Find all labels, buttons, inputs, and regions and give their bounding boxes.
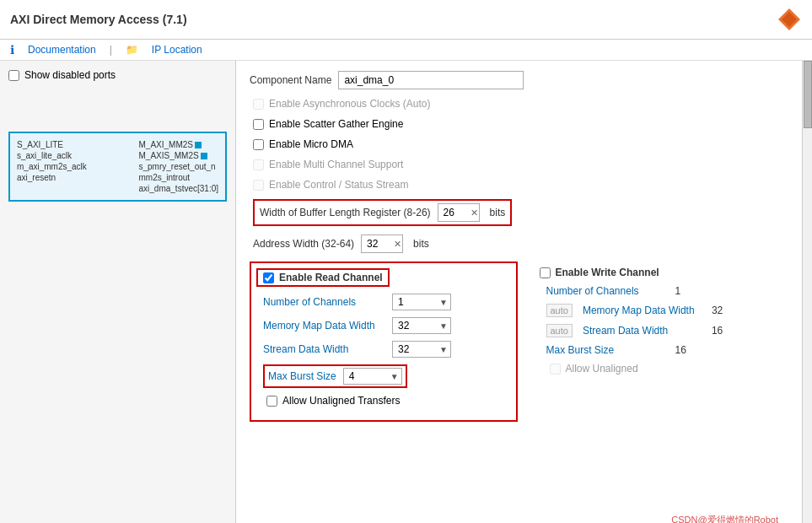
separator: | (110, 44, 112, 56)
show-disabled-label: Show disabled ports (24, 69, 116, 81)
pin-mm2s-introut: mm2s_introut (139, 173, 219, 182)
pin-tstvec: axi_dma_tstvec[31:0] (139, 184, 219, 193)
read-allow-unaligned-label: Allow Unaligned Transfers (282, 395, 400, 407)
read-mem-data-width-select-wrapper: 32 64 ▼ (392, 317, 451, 334)
read-num-channels-label: Number of Channels (263, 296, 385, 308)
read-stream-data-width-label: Stream Data Width (263, 343, 385, 355)
multi-channel-checkbox[interactable] (253, 159, 264, 170)
write-stream-data-width-label: Stream Data Width (583, 325, 705, 337)
write-num-channels-value: 1 (675, 285, 681, 297)
component-name-input[interactable] (338, 71, 524, 89)
read-stream-data-width-select[interactable]: 32 64 (392, 341, 451, 358)
write-channel-header: Enable Write Channel (540, 267, 794, 278)
info-icon: ℹ (10, 43, 14, 57)
component-name-row: Component Name (250, 71, 799, 89)
read-max-burst-select[interactable]: 4 8 16 32 (343, 368, 402, 385)
max-burst-highlight: Max Burst Size 4 8 16 32 ▼ (263, 364, 407, 388)
show-disabled-row: Show disabled ports (8, 69, 227, 81)
read-num-channels-select[interactable]: 1 2 4 (392, 294, 451, 310)
buffer-width-units: bits (490, 207, 506, 218)
write-mem-data-width-row: auto Memory Map Data Width 32 (546, 304, 794, 317)
component-name-label: Component Name (250, 74, 331, 86)
write-mem-data-width-label: Memory Map Data Width (583, 305, 705, 316)
read-max-burst-select-wrapper: 4 8 16 32 ▼ (343, 368, 402, 385)
pin-m-axi-mm2s-aclk: m_axi_mm2s_aclk (17, 162, 87, 171)
async-clocks-label: Enable Asynchronous Clocks (Auto) (269, 98, 430, 110)
read-max-burst-row: Max Burst Size 4 8 16 32 ▼ (263, 364, 511, 388)
xilinx-logo (777, 7, 802, 32)
main-content: Show disabled ports S_AXI_LITE s_axi_lit… (0, 61, 812, 523)
write-max-burst-value: 16 (675, 344, 686, 356)
enable-read-checkbox[interactable] (263, 272, 274, 283)
micro-dma-checkbox[interactable] (253, 139, 264, 150)
scatter-gather-label: Enable Scatter Gather Engine (269, 118, 403, 130)
right-pin-list: M_AXI_MM2S M_AXIS_MM2S s_pmry_reset_out_… (139, 140, 219, 193)
buffer-width-row: Width of Buffer Length Register (8-26) ✕… (250, 199, 799, 226)
read-channel-header: Enable Read Channel (256, 268, 511, 287)
read-allow-unaligned-checkbox[interactable] (266, 396, 277, 407)
show-disabled-checkbox[interactable] (8, 70, 19, 81)
write-num-channels-label: Number of Channels (546, 285, 669, 297)
scatter-gather-checkbox[interactable] (253, 119, 264, 130)
pin-axi-resetn: axi_resetn (17, 173, 87, 182)
pin-s-axi-lite-aclk: s_axi_lite_aclk (17, 151, 87, 160)
address-width-row: Address Width (32-64) ✕ bits (250, 235, 799, 253)
write-stream-data-width-value: 16 (712, 325, 723, 337)
write-stream-data-width-row: auto Stream Data Width 16 (546, 324, 794, 337)
buffer-width-label: Width of Buffer Length Register (8-26) (260, 207, 431, 218)
read-num-channels-row: Number of Channels 1 2 4 ▼ (263, 294, 511, 310)
connector-icon (195, 142, 202, 148)
write-channel-settings: Number of Channels 1 auto Memory Map Dat… (540, 285, 794, 375)
nav-bar: ℹ Documentation | 📁 IP Location (0, 40, 812, 61)
buffer-width-input-wrapper: ✕ (438, 203, 480, 222)
documentation-link[interactable]: Documentation (28, 44, 96, 56)
scatter-gather-row: Enable Scatter Gather Engine (250, 118, 799, 130)
pin-m-axi-mm2s: M_AXI_MM2S (139, 140, 219, 149)
write-max-burst-label: Max Burst Size (546, 344, 669, 356)
scrollbar[interactable] (802, 61, 812, 523)
control-status-row: Enable Control / Status Stream (250, 179, 799, 191)
read-max-burst-label: Max Burst Size (268, 370, 336, 382)
address-width-label: Address Width (32-64) (253, 238, 354, 250)
address-width-units: bits (413, 238, 429, 250)
write-channel-box: Enable Write Channel Number of Channels … (535, 262, 799, 422)
channels-section: Enable Read Channel Number of Channels 1… (250, 262, 799, 422)
address-width-input-wrapper: ✕ (361, 235, 403, 253)
read-allow-unaligned-row: Allow Unaligned Transfers (263, 395, 511, 407)
write-auto-label-mem: auto (546, 304, 573, 317)
read-mem-data-width-row: Memory Map Data Width 32 64 ▼ (263, 317, 511, 334)
title-bar: AXI Direct Memory Access (7.1) (0, 0, 812, 40)
right-panel: Component Name Enable Asynchronous Clock… (236, 61, 812, 523)
multi-channel-label: Enable Multi Channel Support (269, 159, 403, 170)
enable-write-checkbox[interactable] (540, 267, 551, 278)
read-mem-data-width-select[interactable]: 32 64 (392, 317, 451, 334)
write-allow-unaligned-label: Allow Unaligned (566, 363, 638, 375)
read-channel-box: Enable Read Channel Number of Channels 1… (250, 262, 518, 422)
page-title: AXI Direct Memory Access (7.1) (10, 13, 187, 26)
buffer-width-clear-button[interactable]: ✕ (471, 208, 478, 218)
write-max-burst-row: Max Burst Size 16 (546, 344, 794, 356)
buffer-width-highlight: Width of Buffer Length Register (8-26) ✕… (253, 199, 512, 226)
pin-s-axi-lite: S_AXI_LITE (17, 140, 87, 149)
ip-location-link[interactable]: IP Location (152, 44, 202, 56)
watermark: CSDN@爱得燃情的Robot (671, 514, 778, 523)
control-status-label: Enable Control / Status Stream (269, 179, 408, 191)
async-clocks-row: Enable Asynchronous Clocks (Auto) (250, 98, 799, 110)
component-diagram: S_AXI_LITE s_axi_lite_aclk m_axi_mm2s_ac… (8, 132, 227, 202)
write-allow-unaligned-checkbox[interactable] (550, 364, 561, 375)
scrollbar-thumb[interactable] (804, 61, 812, 128)
control-status-checkbox[interactable] (253, 180, 264, 191)
read-mem-data-width-label: Memory Map Data Width (263, 320, 385, 332)
write-mem-data-width-value: 32 (712, 305, 723, 316)
location-icon: 📁 (126, 44, 138, 56)
read-num-channels-select-wrapper: 1 2 4 ▼ (392, 294, 451, 310)
address-width-clear-button[interactable]: ✕ (394, 239, 401, 250)
write-num-channels-row: Number of Channels 1 (546, 285, 794, 297)
async-clocks-checkbox[interactable] (253, 99, 264, 110)
enable-write-label: Enable Write Channel (556, 267, 659, 278)
pin-m-axis-mm2s: M_AXIS_MM2S (139, 151, 219, 160)
read-stream-data-width-row: Stream Data Width 32 64 ▼ (263, 341, 511, 358)
micro-dma-label: Enable Micro DMA (269, 138, 353, 150)
enable-read-label: Enable Read Channel (279, 272, 383, 283)
read-channel-settings: Number of Channels 1 2 4 ▼ (256, 294, 511, 407)
